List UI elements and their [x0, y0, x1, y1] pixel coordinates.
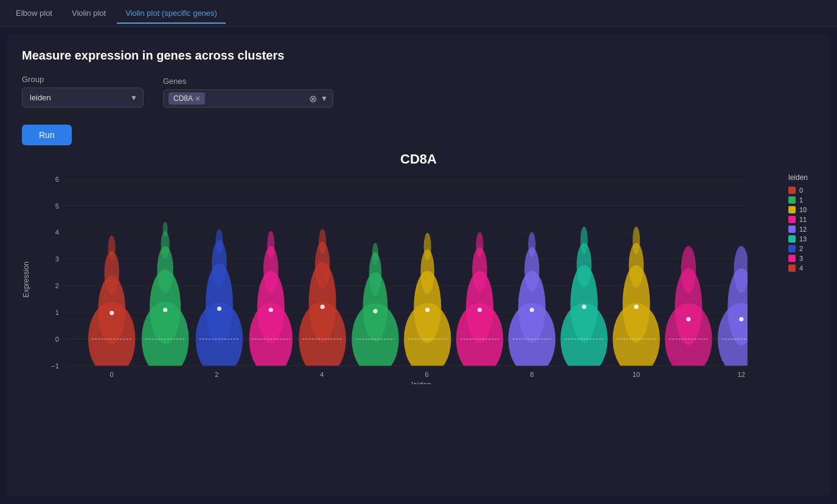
- tab-violin[interactable]: Violin plot: [63, 4, 114, 24]
- chart-container: CD8A Expression: [22, 151, 815, 386]
- legend-item-0: 0: [788, 187, 815, 194]
- group-label: Group: [22, 75, 144, 84]
- chart-svg-wrapper: 6 5 4 3 2 1 0 −1: [33, 173, 779, 386]
- svg-text:4: 4: [55, 229, 59, 236]
- svg-text:leiden: leiden: [411, 381, 431, 384]
- svg-point-93: [739, 317, 743, 322]
- svg-text:8: 8: [530, 371, 533, 378]
- svg-text:10: 10: [633, 371, 640, 378]
- svg-text:2: 2: [215, 371, 218, 378]
- genes-dropdown-icon[interactable]: ▼: [321, 94, 328, 103]
- svg-text:2: 2: [55, 282, 59, 289]
- legend-item-2: 2: [788, 245, 815, 252]
- legend-color-0: [788, 187, 796, 194]
- svg-point-88: [686, 317, 690, 322]
- gene-tag-remove[interactable]: ×: [195, 94, 200, 103]
- svg-text:12: 12: [737, 371, 745, 378]
- main-panel: Measure expression in genes across clust…: [7, 34, 830, 496]
- legend-color-13: [788, 235, 796, 243]
- svg-point-29: [163, 308, 167, 312]
- svg-text:6: 6: [55, 176, 59, 183]
- legend-label-0: 0: [799, 187, 803, 194]
- svg-point-27: [163, 222, 168, 237]
- svg-point-59: [425, 308, 429, 312]
- legend-label-12: 12: [799, 226, 807, 233]
- svg-point-86: [681, 246, 696, 294]
- run-button-wrapper: Run: [22, 120, 815, 145]
- group-select-wrapper: leiden louvain cell_type ▼: [22, 88, 144, 108]
- legend-item-12: 12: [788, 226, 815, 233]
- svg-point-75: [580, 227, 588, 254]
- svg-point-53: [373, 309, 377, 313]
- legend-color-2: [788, 245, 796, 252]
- genes-input-wrapper[interactable]: CD8A × ⊗ ▼: [163, 89, 333, 108]
- svg-point-65: [478, 308, 482, 312]
- svg-point-91: [734, 246, 749, 294]
- legend-label-2: 2: [799, 245, 803, 252]
- legend-color-3: [788, 255, 796, 262]
- svg-text:6: 6: [425, 371, 429, 378]
- legend-item-13: 13: [788, 235, 815, 243]
- svg-point-81: [633, 227, 640, 254]
- gene-tag-cd8a: CD8A ×: [168, 92, 205, 105]
- svg-text:4: 4: [320, 371, 324, 378]
- svg-point-20: [108, 235, 116, 260]
- svg-point-35: [217, 306, 221, 311]
- legend-item-1: 1: [788, 196, 815, 204]
- chart-legend: leiden 0 1 10 11: [779, 173, 815, 386]
- svg-point-71: [530, 308, 534, 312]
- svg-point-47: [321, 305, 325, 309]
- legend-color-11: [788, 216, 796, 223]
- svg-point-39: [267, 231, 274, 258]
- svg-point-94: [771, 303, 779, 376]
- tab-violin-specific[interactable]: Violin plot (specific genes): [117, 4, 226, 24]
- legend-label-3: 3: [799, 255, 803, 262]
- svg-text:1: 1: [55, 309, 59, 316]
- svg-point-57: [424, 233, 431, 260]
- gene-tag-label: CD8A: [173, 94, 193, 103]
- run-button[interactable]: Run: [22, 125, 72, 145]
- svg-point-63: [476, 232, 483, 257]
- svg-text:0: 0: [55, 336, 59, 343]
- legend-item-11: 11: [788, 216, 815, 223]
- legend-color-4: [788, 264, 796, 272]
- controls-row: Group leiden louvain cell_type ▼ Genes C…: [22, 75, 815, 108]
- svg-point-77: [582, 305, 586, 309]
- legend-label-11: 11: [799, 216, 807, 223]
- panel-title: Measure expression in genes across clust…: [22, 49, 815, 63]
- svg-point-45: [319, 229, 326, 254]
- legend-item-4: 4: [788, 264, 815, 272]
- svg-point-22: [109, 311, 114, 315]
- legend-label-1: 1: [799, 196, 803, 204]
- svg-point-51: [372, 243, 378, 265]
- legend-color-10: [788, 206, 796, 213]
- legend-label-10: 10: [799, 206, 807, 213]
- y-axis-label: Expression: [22, 261, 30, 297]
- legend-label-4: 4: [799, 264, 803, 272]
- genes-clear-button[interactable]: ⊗: [309, 93, 317, 105]
- svg-text:5: 5: [55, 202, 59, 210]
- genes-label: Genes: [163, 77, 333, 86]
- svg-text:3: 3: [55, 255, 59, 263]
- legend-color-1: [788, 196, 796, 204]
- legend-color-12: [788, 226, 796, 233]
- group-select[interactable]: leiden louvain cell_type: [22, 88, 144, 108]
- svg-text:−1: −1: [51, 362, 59, 370]
- tab-bar: Elbow plot Violin plot Violin plot (spec…: [0, 0, 837, 27]
- genes-field: Genes CD8A × ⊗ ▼: [163, 77, 333, 108]
- tab-elbow[interactable]: Elbow plot: [7, 4, 61, 24]
- chart-inner: Expression: [22, 173, 815, 386]
- svg-point-69: [528, 232, 535, 257]
- legend-item-10: 10: [788, 206, 815, 213]
- chart-title: CD8A: [22, 151, 815, 167]
- svg-text:0: 0: [110, 371, 114, 378]
- legend-label-13: 13: [799, 235, 807, 243]
- svg-point-41: [269, 308, 273, 312]
- group-field: Group leiden louvain cell_type ▼: [22, 75, 144, 108]
- legend-item-3: 3: [788, 255, 815, 262]
- legend-title: leiden: [788, 173, 815, 182]
- svg-point-83: [634, 305, 638, 309]
- svg-point-33: [215, 229, 223, 254]
